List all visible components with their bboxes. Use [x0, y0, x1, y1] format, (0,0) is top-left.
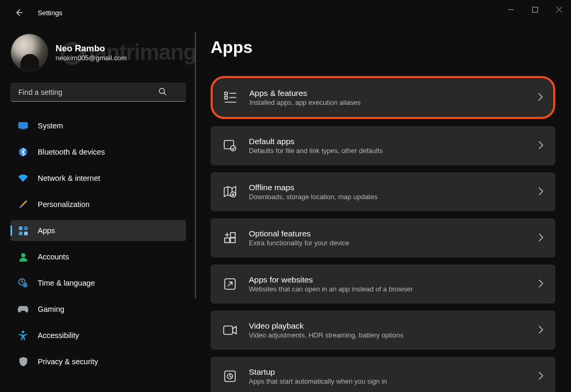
chevron-right-icon	[539, 325, 543, 335]
svg-rect-3	[21, 128, 25, 129]
card-title: Default apps	[249, 137, 531, 146]
startup-icon	[223, 369, 237, 384]
chevron-right-icon	[539, 141, 543, 151]
accessibility-icon	[18, 330, 28, 341]
svg-rect-20	[230, 238, 235, 243]
svg-rect-2	[18, 122, 28, 128]
default-apps-icon	[223, 138, 237, 153]
map-download-icon	[223, 184, 237, 199]
sidebar-item-label: Apps	[38, 226, 55, 235]
sidebar-item-network[interactable]: Network & internet	[10, 168, 186, 189]
chevron-right-icon	[539, 233, 543, 243]
card-default-apps[interactable]: Default apps Defaults for file and link …	[211, 126, 555, 165]
card-title: Video playback	[249, 321, 531, 331]
main-layout: uantrimang Neo Rambo neokim005@gmail.com…	[0, 25, 571, 392]
card-offline-maps[interactable]: Offline maps Downloads, storage location…	[211, 172, 555, 211]
minimize-icon	[508, 7, 514, 13]
maximize-icon	[532, 7, 538, 13]
page-title: Apps	[211, 38, 555, 57]
gamepad-icon	[18, 304, 28, 314]
clock-globe-icon	[18, 278, 28, 288]
minimize-button[interactable]	[499, 1, 523, 18]
svg-rect-23	[224, 326, 233, 334]
card-desc: Apps that start automatically when you s…	[249, 377, 531, 385]
paintbrush-icon	[18, 199, 28, 210]
svg-rect-9	[24, 232, 28, 235]
chevron-right-icon	[539, 372, 543, 382]
close-button[interactable]	[547, 1, 571, 18]
profile-name: Neo Rambo	[56, 43, 127, 54]
window-controls	[499, 0, 571, 25]
content: Apps Apps & features Installed apps, app…	[190, 25, 571, 392]
card-optional-features[interactable]: Optional features Extra functionality fo…	[211, 219, 555, 257]
card-desc: Defaults for file and link types, other …	[249, 147, 531, 155]
card-video-playback[interactable]: Video playback Video adjustments, HDR st…	[211, 311, 555, 350]
profile-block[interactable]: uantrimang Neo Rambo neokim005@gmail.com	[10, 34, 184, 71]
card-title: Apps for websites	[249, 275, 531, 285]
shield-icon	[18, 356, 28, 367]
svg-rect-14	[225, 92, 227, 95]
card-desc: Video adjustments, HDR streaming, batter…	[249, 331, 531, 339]
card-desc: Downloads, storage location, map updates	[249, 193, 531, 201]
svg-rect-7	[24, 226, 28, 230]
arrow-left-icon	[15, 8, 23, 17]
sidebar-item-accounts[interactable]: Accounts	[10, 246, 186, 267]
back-button[interactable]	[8, 2, 29, 23]
sidebar-item-personalization[interactable]: Personalization	[10, 194, 186, 215]
svg-point-10	[21, 253, 25, 257]
card-apps-for-websites[interactable]: Apps for websites Websites that can open…	[211, 265, 555, 303]
profile-email: neokim005@gmail.com	[56, 54, 127, 62]
sidebar-item-apps[interactable]: Apps	[10, 220, 186, 241]
avatar	[10, 34, 48, 71]
sidebar-item-bluetooth[interactable]: Bluetooth & devices	[10, 141, 186, 162]
sidebar-item-label: Accounts	[38, 253, 69, 261]
close-icon	[556, 7, 562, 13]
wifi-icon	[18, 173, 28, 183]
video-icon	[223, 323, 237, 337]
card-title: Startup	[249, 367, 531, 377]
maximize-button[interactable]	[523, 1, 547, 18]
window-title: Settings	[38, 9, 62, 17]
bluetooth-icon	[18, 147, 28, 157]
sidebar-item-label: System	[38, 122, 63, 130]
svg-rect-5	[19, 206, 21, 208]
optional-features-icon	[223, 231, 237, 245]
open-external-icon	[223, 277, 237, 291]
sidebar-item-accessibility[interactable]: Accessibility	[10, 325, 186, 346]
search-wrapper	[10, 83, 184, 102]
svg-rect-0	[532, 7, 537, 12]
sidebar-item-privacy[interactable]: Privacy & security	[10, 351, 186, 372]
svg-rect-8	[19, 232, 23, 235]
card-desc: Websites that can open in an app instead…	[249, 285, 531, 293]
sidebar-item-label: Gaming	[38, 305, 64, 313]
sidebar-item-label: Time & language	[38, 279, 95, 287]
search-input[interactable]	[10, 83, 186, 102]
card-desc: Extra functionality for your device	[249, 239, 531, 247]
svg-rect-15	[225, 96, 227, 99]
chevron-right-icon	[538, 93, 543, 103]
svg-point-12	[23, 283, 28, 288]
sidebar-item-label: Privacy & security	[38, 357, 98, 366]
sidebar-item-system[interactable]: System	[10, 115, 186, 136]
card-title: Optional features	[249, 229, 531, 238]
svg-rect-19	[225, 238, 229, 243]
list-icon	[223, 90, 238, 105]
svg-rect-6	[19, 226, 23, 230]
sidebar-item-time-language[interactable]: Time & language	[10, 273, 186, 293]
chevron-right-icon	[539, 279, 543, 289]
sidebar-item-label: Accessibility	[38, 331, 79, 340]
card-apps-features[interactable]: Apps & features Installed apps, app exec…	[211, 76, 555, 119]
nav: System Bluetooth & devices Network & int…	[10, 115, 184, 372]
apps-icon	[18, 225, 28, 236]
accounts-icon	[18, 252, 28, 262]
chevron-right-icon	[539, 187, 543, 197]
sidebar-item-gaming[interactable]: Gaming	[10, 299, 186, 320]
cards: Apps & features Installed apps, app exec…	[211, 76, 555, 392]
card-startup[interactable]: Startup Apps that start automatically wh…	[211, 357, 555, 392]
svg-rect-21	[230, 233, 235, 237]
card-title: Offline maps	[249, 183, 531, 192]
svg-point-13	[22, 331, 25, 333]
system-icon	[18, 121, 28, 131]
sidebar-item-label: Bluetooth & devices	[38, 148, 105, 156]
card-title: Apps & features	[249, 89, 531, 98]
